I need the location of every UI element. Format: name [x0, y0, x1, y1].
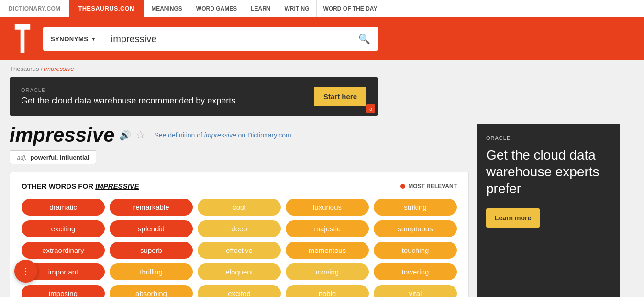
synonym-pill[interactable]: touching: [374, 242, 457, 259]
top-nav: DICTIONARY.COM THESAURUS.COM MEANINGS WO…: [0, 0, 644, 17]
sidebar-ad-brand: ORACLE: [486, 135, 611, 141]
synonym-pill[interactable]: thrilling: [110, 263, 193, 280]
synonym-pill[interactable]: extraordinary: [22, 242, 105, 259]
float-icon: ⋮: [21, 265, 31, 277]
relevance-dot: [400, 184, 405, 189]
synonym-pill[interactable]: majestic: [286, 220, 369, 237]
ad-banner: ORACLE Get the cloud data warehouse reco…: [10, 77, 378, 116]
relevance-label: MOST RELEVANT: [408, 183, 457, 190]
pos-definition: powerful, influential: [31, 154, 89, 161]
synonym-pill[interactable]: exciting: [22, 220, 105, 237]
synonym-pill[interactable]: eloquent: [198, 263, 281, 280]
card-title-prefix: OTHER WORDS FOR: [22, 182, 95, 190]
sidebar: ORACLE Get the cloud data warehouse expe…: [477, 124, 620, 297]
synonym-pill[interactable]: superb: [110, 242, 193, 259]
breadcrumb-current: impressive: [44, 65, 74, 72]
dict-link-word: impressive: [204, 131, 236, 139]
breadcrumb-home[interactable]: Thesaurus: [10, 65, 39, 72]
synonym-pill[interactable]: remarkable: [110, 199, 193, 216]
card-title-word: impressive: [95, 182, 139, 190]
content-area: impressive 🔊 ☆ See definition of impress…: [10, 124, 469, 297]
search-button[interactable]: 🔍: [351, 33, 378, 45]
nav-thesaurus[interactable]: THESAURUS.COM: [69, 0, 144, 17]
synonym-pill[interactable]: luxurious: [286, 199, 369, 216]
nav-dictionary[interactable]: DICTIONARY.COM: [0, 0, 69, 17]
synonym-pill[interactable]: effective: [198, 242, 281, 259]
synonym-pill[interactable]: moving: [286, 263, 369, 280]
word-heading: impressive 🔊 ☆ See definition of impress…: [10, 124, 469, 147]
pos-tab-adj[interactable]: adj. powerful, influential: [10, 150, 96, 164]
ad-brand: ORACLE: [21, 87, 235, 93]
synonym-pill[interactable]: absorbing: [110, 285, 193, 297]
synonym-pill[interactable]: vital: [374, 285, 457, 297]
sidebar-ad-box: ORACLE Get the cloud data warehouse expe…: [477, 124, 620, 297]
float-button[interactable]: ⋮: [14, 260, 37, 283]
pos-type: adj.: [17, 154, 27, 161]
card-title: OTHER WORDS FOR impressive: [22, 182, 139, 190]
dict-link-prefix: See definition of: [154, 131, 204, 139]
audio-icon[interactable]: 🔊: [119, 129, 131, 141]
dictionary-link[interactable]: See definition of impressive on Dictiona…: [154, 131, 291, 139]
sidebar-ad-text: Get the cloud data warehouse experts pre…: [486, 147, 611, 197]
header: SYNONYMS ▼ 🔍: [0, 17, 644, 60]
breadcrumb: Thesaurus / impressive: [0, 60, 644, 77]
synonym-pill[interactable]: cool: [198, 199, 281, 216]
synonym-pill[interactable]: towering: [374, 263, 457, 280]
card-header: OTHER WORDS FOR impressive MOST RELEVANT: [22, 182, 457, 190]
nav-learn[interactable]: LEARN: [244, 0, 277, 17]
relevance-badge: MOST RELEVANT: [400, 183, 457, 190]
search-bar: SYNONYMS ▼ 🔍: [43, 27, 378, 51]
nav-meanings[interactable]: MEANINGS: [144, 0, 189, 17]
logo: [10, 24, 35, 53]
ad-text: Get the cloud data warehouse recommended…: [21, 96, 235, 106]
star-icon[interactable]: ☆: [136, 129, 145, 141]
ad-close-button[interactable]: o: [366, 104, 375, 113]
synonym-pill[interactable]: striking: [374, 199, 457, 216]
main-layout: impressive 🔊 ☆ See definition of impress…: [0, 124, 644, 297]
synonym-pill[interactable]: dramatic: [22, 199, 105, 216]
search-input[interactable]: [104, 34, 351, 45]
ad-cta-button[interactable]: Start here: [314, 87, 366, 106]
synonym-pill[interactable]: sumptuous: [374, 220, 457, 237]
search-icon: 🔍: [358, 34, 370, 44]
nav-writing[interactable]: WRITING: [278, 0, 316, 17]
chevron-down-icon: ▼: [91, 36, 96, 42]
sidebar-ad-button[interactable]: Learn more: [486, 208, 540, 228]
synonym-pill[interactable]: deep: [198, 220, 281, 237]
synonym-pill[interactable]: splendid: [110, 220, 193, 237]
synonym-pill[interactable]: momentous: [286, 242, 369, 259]
synonym-pill[interactable]: noble: [286, 285, 369, 297]
synonyms-dropdown[interactable]: SYNONYMS ▼: [43, 27, 104, 51]
word-title: impressive: [10, 124, 114, 147]
synonym-grid: dramaticremarkablecoolluxuriousstrikinge…: [22, 199, 457, 297]
pos-tabs: adj. powerful, influential: [10, 150, 469, 164]
synonym-pill[interactable]: excited: [198, 285, 281, 297]
nav-wordgames[interactable]: WORD GAMES: [189, 0, 244, 17]
synonym-card: OTHER WORDS FOR impressive MOST RELEVANT…: [10, 172, 469, 297]
ad-content: ORACLE Get the cloud data warehouse reco…: [21, 87, 235, 106]
dict-link-suffix: on Dictionary.com: [238, 131, 291, 139]
synonyms-label: SYNONYMS: [51, 35, 88, 43]
nav-wotd[interactable]: WORD OF THE DAY: [316, 0, 384, 17]
synonym-pill[interactable]: imposing: [22, 285, 105, 297]
